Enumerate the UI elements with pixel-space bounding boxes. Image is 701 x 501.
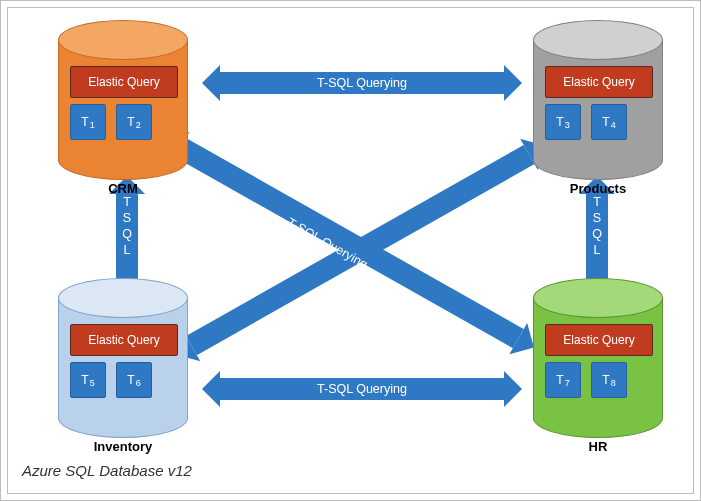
arrow-inventory-hr: T-SQL Querying	[220, 378, 504, 400]
tables: T3 T4	[545, 104, 627, 140]
elastic-query-badge: Elastic Query	[70, 324, 178, 356]
arrow-products-hr: TSQL	[586, 194, 608, 280]
diagram-caption: Azure SQL Database v12	[22, 462, 192, 479]
database-label: Inventory	[58, 439, 188, 454]
elastic-query-badge: Elastic Query	[545, 324, 653, 356]
tables: T7 T8	[545, 362, 627, 398]
elastic-query-badge: Elastic Query	[545, 66, 653, 98]
arrow-label: T-SQL Querying	[220, 72, 504, 94]
database-label: CRM	[58, 181, 188, 196]
diagram-canvas: T-SQL Querying T-SQL Querying TSQL TSQL …	[7, 7, 694, 494]
table-t3: T3	[545, 104, 581, 140]
table-t5: T5	[70, 362, 106, 398]
arrow-label: TSQL	[116, 194, 138, 258]
diagram-frame: T-SQL Querying T-SQL Querying TSQL TSQL …	[0, 0, 701, 501]
table-t4: T4	[591, 104, 627, 140]
table-t1: T1	[70, 104, 106, 140]
arrow-crm-products: T-SQL Querying	[220, 72, 504, 94]
database-label: Products	[533, 181, 663, 196]
database-hr: Elastic Query T7 T8 HR	[533, 298, 663, 418]
table-t6: T6	[116, 362, 152, 398]
database-inventory: Elastic Query T5 T6 Inventory	[58, 298, 188, 418]
table-t2: T2	[116, 104, 152, 140]
database-crm: Elastic Query T1 T2 CRM	[58, 40, 188, 160]
arrow-label: T-SQL Querying	[220, 378, 504, 400]
tables: T5 T6	[70, 362, 152, 398]
database-label: HR	[533, 439, 663, 454]
arrow-label: TSQL	[586, 194, 608, 258]
elastic-query-badge: Elastic Query	[70, 66, 178, 98]
table-t7: T7	[545, 362, 581, 398]
arrow-crm-inventory: TSQL	[116, 194, 138, 280]
table-t8: T8	[591, 362, 627, 398]
database-products: Elastic Query T3 T4 Products	[533, 40, 663, 160]
tables: T1 T2	[70, 104, 152, 140]
